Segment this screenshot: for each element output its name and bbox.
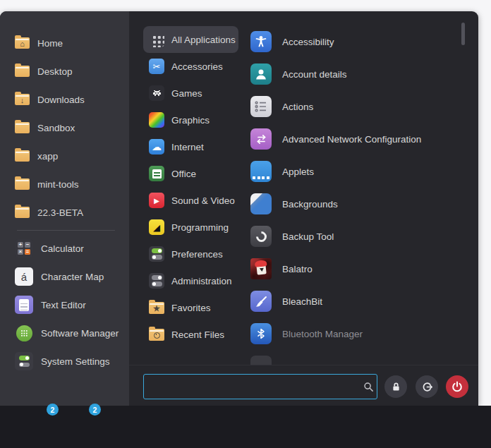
app-item-partial[interactable] — [250, 350, 462, 365]
sidebar-item-text-editor[interactable]: Text Editor — [0, 291, 129, 319]
folder-icon — [15, 150, 30, 162]
logout-button[interactable] — [416, 375, 438, 398]
app-item-advanced-network-configuration[interactable]: Advanced Network Configuration — [250, 123, 462, 155]
sidebar-separator — [17, 230, 115, 231]
lock-button[interactable] — [384, 375, 407, 398]
lock-icon — [391, 382, 401, 392]
calculator-icon: +−×= — [15, 239, 33, 258]
system-settings-icon — [15, 352, 33, 370]
sidebar-item-label: mint-tools — [37, 179, 79, 190]
sidebar-item-xapp[interactable]: xapp — [0, 142, 129, 170]
document-icon — [149, 166, 164, 181]
power-icon — [451, 381, 463, 392]
folder-clock-icon — [149, 329, 164, 341]
sidebar-item-sandbox[interactable]: Sandbox — [0, 114, 129, 142]
network-arrows-icon — [250, 128, 272, 150]
app-item-actions[interactable]: Actions — [250, 90, 462, 123]
sidebar-item-calculator[interactable]: +−×= Calculator — [0, 234, 129, 262]
build-triangle-icon: ◢ — [149, 219, 164, 235]
sidebar-item-label: Sandbox — [37, 123, 75, 133]
play-icon: ▶ — [149, 193, 164, 208]
category-all-applications[interactable]: All Applications — [143, 26, 238, 53]
app-item-balatro[interactable]: Balatro — [250, 253, 462, 285]
category-favorites[interactable]: ★ Favorites — [143, 294, 238, 321]
category-graphics[interactable]: Graphics — [143, 107, 238, 133]
sidebar-item-label: Home — [37, 38, 63, 49]
folder-icon — [15, 122, 30, 133]
app-item-bleachbit[interactable]: BleachBit — [250, 285, 462, 317]
sidebar-item-mint-tools[interactable]: mint-tools — [0, 170, 129, 198]
category-administration[interactable]: Administration — [143, 267, 238, 294]
checklist-icon — [250, 96, 272, 117]
sidebar-item-label: Character Map — [41, 272, 104, 282]
application-list: Accessibility Account details Actions — [250, 25, 462, 365]
category-office[interactable]: Office — [143, 160, 238, 187]
user-account-icon — [250, 63, 272, 85]
menu-sidebar: ⌂ Home Desktop ↓ Downloads Sandbox xapp — [0, 11, 129, 406]
sidebar-item-label: System Settings — [41, 356, 110, 367]
toggles-green-icon — [149, 246, 164, 262]
folder-icon — [15, 178, 30, 190]
logout-icon — [421, 381, 433, 393]
category-recent-files[interactable]: Recent Files — [143, 321, 238, 348]
search-icon — [360, 382, 377, 392]
restore-ring-icon — [250, 226, 272, 247]
folder-star-icon: ★ — [149, 302, 164, 314]
downloads-folder-icon: ↓ — [15, 94, 30, 105]
category-internet[interactable]: ☁ Internet — [143, 133, 238, 160]
toggles-gray-icon — [149, 273, 164, 289]
category-games[interactable]: Games — [143, 80, 238, 107]
app-item-bluetooth-manager[interactable]: Bluetooth Manager — [250, 317, 462, 350]
category-sound-video[interactable]: ▶ Sound & Video — [143, 187, 238, 214]
category-accessories[interactable]: ✂ Accessories — [143, 53, 238, 80]
folder-icon — [15, 66, 30, 77]
taskbar-panel: lm $_ @ 2 — [0, 406, 491, 448]
sidebar-item-label: Calculator — [41, 243, 84, 254]
category-programming[interactable]: ◢ Programming — [143, 214, 238, 241]
sidebar-item-label: Desktop — [37, 66, 73, 77]
window-count-badge-files: 2 — [47, 404, 59, 416]
cloud-icon: ☁ — [149, 139, 164, 155]
sidebar-item-software-manager[interactable]: Software Manager — [0, 319, 129, 347]
search-box — [143, 374, 377, 399]
text-editor-icon — [15, 296, 33, 314]
app-item-backup-tool[interactable]: Backup Tool — [250, 220, 462, 253]
panel-applets-icon — [250, 161, 272, 182]
wallpaper-icon — [250, 193, 272, 214]
partial-app-icon — [250, 356, 272, 365]
app-item-applets[interactable]: Applets — [250, 155, 462, 188]
sidebar-item-beta[interactable]: 22.3-BETA — [0, 198, 129, 226]
desktop: ⌂ Home Desktop ↓ Downloads Sandbox xapp — [0, 0, 491, 448]
menu-main: All Applications ✂ Accessories Games Gra… — [129, 11, 478, 406]
sidebar-item-label: xapp — [37, 151, 58, 162]
app-item-account-details[interactable]: Account details — [250, 58, 462, 90]
rainbow-icon — [149, 112, 164, 128]
sidebar-item-label: 22.3-BETA — [37, 207, 83, 218]
sidebar-item-label: Text Editor — [41, 300, 86, 310]
app-item-backgrounds[interactable]: Backgrounds — [250, 188, 462, 220]
sidebar-item-desktop[interactable]: Desktop — [0, 57, 129, 85]
sidebar-item-downloads[interactable]: ↓ Downloads — [0, 85, 129, 114]
home-folder-icon: ⌂ — [15, 37, 30, 49]
mint-menu-panel: ⌂ Home Desktop ↓ Downloads Sandbox xapp — [0, 11, 478, 406]
category-list: All Applications ✂ Accessories Games Gra… — [143, 26, 238, 348]
sidebar-item-label: Software Manager — [41, 328, 119, 339]
accessibility-icon — [250, 31, 272, 52]
software-manager-icon — [15, 324, 33, 342]
sidebar-item-label: Downloads — [37, 95, 85, 105]
list-separator — [129, 365, 478, 365]
broom-icon — [250, 291, 272, 312]
search-input[interactable] — [144, 381, 360, 392]
sidebar-item-character-map[interactable]: á Character Map — [0, 262, 129, 291]
apps-scrollbar-thumb[interactable] — [461, 23, 465, 45]
sidebar-item-home[interactable]: ⌂ Home — [0, 29, 129, 57]
invader-icon — [149, 85, 164, 101]
folder-icon — [15, 207, 30, 218]
power-button[interactable] — [446, 375, 468, 398]
sidebar-item-system-settings[interactable]: System Settings — [0, 347, 129, 375]
scissors-icon: ✂ — [149, 59, 164, 74]
app-item-accessibility[interactable]: Accessibility — [250, 25, 462, 58]
category-preferences[interactable]: Preferences — [143, 241, 238, 267]
character-map-icon: á — [15, 267, 33, 286]
bluetooth-icon — [250, 323, 272, 344]
